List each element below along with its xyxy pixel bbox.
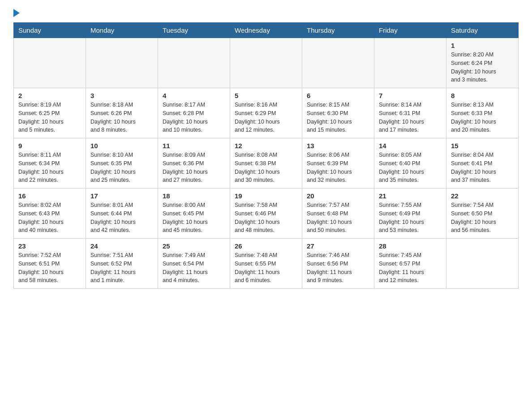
day-number: 10 xyxy=(90,142,153,150)
day-number: 2 xyxy=(18,92,81,99)
calendar-cell xyxy=(14,38,86,88)
calendar-cell: 15Sunrise: 8:04 AM Sunset: 6:41 PM Dayli… xyxy=(446,138,519,188)
calendar-cell: 10Sunrise: 8:10 AM Sunset: 6:35 PM Dayli… xyxy=(86,138,158,188)
weekday-header-friday: Friday xyxy=(374,23,446,38)
weekday-header-saturday: Saturday xyxy=(446,23,519,38)
day-number: 21 xyxy=(379,192,442,200)
weekday-header-thursday: Thursday xyxy=(302,23,374,38)
weekday-header-tuesday: Tuesday xyxy=(158,23,230,38)
day-number: 28 xyxy=(379,242,442,250)
day-info: Sunrise: 8:20 AM Sunset: 6:24 PM Dayligh… xyxy=(451,51,514,84)
day-number: 17 xyxy=(90,192,153,200)
calendar-cell: 21Sunrise: 7:55 AM Sunset: 6:49 PM Dayli… xyxy=(374,188,446,239)
calendar-cell: 3Sunrise: 8:18 AM Sunset: 6:26 PM Daylig… xyxy=(86,88,158,138)
day-info: Sunrise: 8:15 AM Sunset: 6:30 PM Dayligh… xyxy=(307,101,369,134)
calendar-cell xyxy=(446,239,519,289)
day-number: 14 xyxy=(379,142,442,150)
calendar-cell: 11Sunrise: 8:09 AM Sunset: 6:36 PM Dayli… xyxy=(158,138,230,188)
week-row-3: 9Sunrise: 8:11 AM Sunset: 6:34 PM Daylig… xyxy=(14,138,519,188)
day-info: Sunrise: 8:10 AM Sunset: 6:35 PM Dayligh… xyxy=(90,151,153,184)
calendar-cell: 8Sunrise: 8:13 AM Sunset: 6:33 PM Daylig… xyxy=(446,88,519,138)
day-number: 7 xyxy=(379,92,442,99)
calendar-cell: 14Sunrise: 8:05 AM Sunset: 6:40 PM Dayli… xyxy=(374,138,446,188)
day-info: Sunrise: 7:58 AM Sunset: 6:46 PM Dayligh… xyxy=(235,201,297,235)
page-header xyxy=(13,9,519,18)
day-info: Sunrise: 7:52 AM Sunset: 6:51 PM Dayligh… xyxy=(18,251,81,285)
weekday-header-row: SundayMondayTuesdayWednesdayThursdayFrid… xyxy=(14,23,519,38)
day-number: 3 xyxy=(90,92,153,99)
day-number: 26 xyxy=(235,242,297,250)
day-info: Sunrise: 7:51 AM Sunset: 6:52 PM Dayligh… xyxy=(90,251,153,285)
day-number: 27 xyxy=(307,242,369,250)
calendar-cell: 22Sunrise: 7:54 AM Sunset: 6:50 PM Dayli… xyxy=(446,188,519,239)
day-info: Sunrise: 7:46 AM Sunset: 6:56 PM Dayligh… xyxy=(307,251,369,285)
logo xyxy=(13,9,20,18)
day-info: Sunrise: 8:00 AM Sunset: 6:45 PM Dayligh… xyxy=(163,201,225,235)
calendar-cell xyxy=(158,38,230,88)
calendar-cell: 7Sunrise: 8:14 AM Sunset: 6:31 PM Daylig… xyxy=(374,88,446,138)
calendar-cell: 24Sunrise: 7:51 AM Sunset: 6:52 PM Dayli… xyxy=(86,239,158,289)
week-row-1: 1Sunrise: 8:20 AM Sunset: 6:24 PM Daylig… xyxy=(14,38,519,88)
day-info: Sunrise: 7:45 AM Sunset: 6:57 PM Dayligh… xyxy=(379,251,442,285)
day-info: Sunrise: 8:04 AM Sunset: 6:41 PM Dayligh… xyxy=(451,151,514,184)
day-info: Sunrise: 8:19 AM Sunset: 6:25 PM Dayligh… xyxy=(18,101,81,134)
day-number: 25 xyxy=(163,242,225,250)
day-info: Sunrise: 7:48 AM Sunset: 6:55 PM Dayligh… xyxy=(235,251,297,285)
calendar-cell: 26Sunrise: 7:48 AM Sunset: 6:55 PM Dayli… xyxy=(230,239,302,289)
week-row-5: 23Sunrise: 7:52 AM Sunset: 6:51 PM Dayli… xyxy=(14,239,519,289)
day-info: Sunrise: 8:01 AM Sunset: 6:44 PM Dayligh… xyxy=(90,201,153,235)
day-number: 18 xyxy=(163,192,225,200)
calendar-cell: 17Sunrise: 8:01 AM Sunset: 6:44 PM Dayli… xyxy=(86,188,158,239)
calendar-cell: 18Sunrise: 8:00 AM Sunset: 6:45 PM Dayli… xyxy=(158,188,230,239)
day-info: Sunrise: 8:09 AM Sunset: 6:36 PM Dayligh… xyxy=(163,151,225,184)
weekday-header-monday: Monday xyxy=(86,23,158,38)
day-info: Sunrise: 7:57 AM Sunset: 6:48 PM Dayligh… xyxy=(307,201,369,235)
day-number: 4 xyxy=(163,92,225,99)
day-info: Sunrise: 8:05 AM Sunset: 6:40 PM Dayligh… xyxy=(379,151,442,184)
calendar-cell: 25Sunrise: 7:49 AM Sunset: 6:54 PM Dayli… xyxy=(158,239,230,289)
calendar-cell xyxy=(86,38,158,88)
calendar-cell: 28Sunrise: 7:45 AM Sunset: 6:57 PM Dayli… xyxy=(374,239,446,289)
day-number: 15 xyxy=(451,142,514,150)
calendar-cell: 9Sunrise: 8:11 AM Sunset: 6:34 PM Daylig… xyxy=(14,138,86,188)
calendar-cell: 13Sunrise: 8:06 AM Sunset: 6:39 PM Dayli… xyxy=(302,138,374,188)
calendar-cell: 1Sunrise: 8:20 AM Sunset: 6:24 PM Daylig… xyxy=(446,38,519,88)
calendar-cell: 16Sunrise: 8:02 AM Sunset: 6:43 PM Dayli… xyxy=(14,188,86,239)
calendar-cell: 6Sunrise: 8:15 AM Sunset: 6:30 PM Daylig… xyxy=(302,88,374,138)
day-number: 19 xyxy=(235,192,297,200)
day-info: Sunrise: 7:49 AM Sunset: 6:54 PM Dayligh… xyxy=(163,251,225,285)
day-number: 20 xyxy=(307,192,369,200)
day-number: 24 xyxy=(90,242,153,250)
day-info: Sunrise: 8:16 AM Sunset: 6:29 PM Dayligh… xyxy=(235,101,297,134)
day-info: Sunrise: 8:13 AM Sunset: 6:33 PM Dayligh… xyxy=(451,101,514,134)
day-info: Sunrise: 7:54 AM Sunset: 6:50 PM Dayligh… xyxy=(451,201,514,235)
day-number: 8 xyxy=(451,92,514,99)
calendar-cell: 20Sunrise: 7:57 AM Sunset: 6:48 PM Dayli… xyxy=(302,188,374,239)
day-number: 13 xyxy=(307,142,369,150)
day-info: Sunrise: 8:17 AM Sunset: 6:28 PM Dayligh… xyxy=(163,101,225,134)
calendar-cell: 27Sunrise: 7:46 AM Sunset: 6:56 PM Dayli… xyxy=(302,239,374,289)
day-info: Sunrise: 8:18 AM Sunset: 6:26 PM Dayligh… xyxy=(90,101,153,134)
calendar-cell: 2Sunrise: 8:19 AM Sunset: 6:25 PM Daylig… xyxy=(14,88,86,138)
calendar-cell xyxy=(230,38,302,88)
day-info: Sunrise: 8:14 AM Sunset: 6:31 PM Dayligh… xyxy=(379,101,442,134)
calendar-cell: 19Sunrise: 7:58 AM Sunset: 6:46 PM Dayli… xyxy=(230,188,302,239)
calendar-cell: 4Sunrise: 8:17 AM Sunset: 6:28 PM Daylig… xyxy=(158,88,230,138)
day-number: 9 xyxy=(18,142,81,150)
day-info: Sunrise: 8:02 AM Sunset: 6:43 PM Dayligh… xyxy=(18,201,81,235)
day-number: 22 xyxy=(451,192,514,200)
logo-triangle-icon xyxy=(13,9,20,17)
day-number: 5 xyxy=(235,92,297,99)
weekday-header-sunday: Sunday xyxy=(14,23,86,38)
calendar-cell: 23Sunrise: 7:52 AM Sunset: 6:51 PM Dayli… xyxy=(14,239,86,289)
day-number: 1 xyxy=(451,42,514,49)
calendar-cell: 12Sunrise: 8:08 AM Sunset: 6:38 PM Dayli… xyxy=(230,138,302,188)
day-info: Sunrise: 8:08 AM Sunset: 6:38 PM Dayligh… xyxy=(235,151,297,184)
day-info: Sunrise: 8:11 AM Sunset: 6:34 PM Dayligh… xyxy=(18,151,81,184)
day-number: 16 xyxy=(18,192,81,200)
weekday-header-wednesday: Wednesday xyxy=(230,23,302,38)
day-number: 12 xyxy=(235,142,297,150)
calendar-cell xyxy=(374,38,446,88)
week-row-2: 2Sunrise: 8:19 AM Sunset: 6:25 PM Daylig… xyxy=(14,88,519,138)
day-number: 11 xyxy=(163,142,225,150)
